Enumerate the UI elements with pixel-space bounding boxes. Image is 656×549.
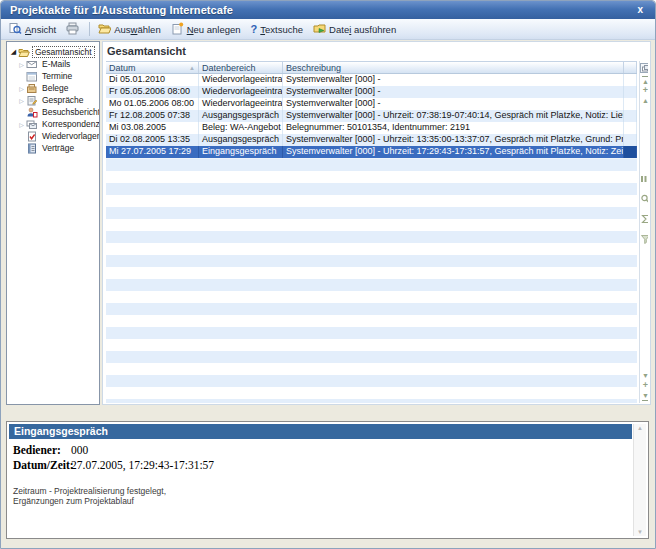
visit-report-icon [26, 107, 38, 118]
table-row[interactable]: Fr 05.05.2006 08:00 Wiedervorlageeintrag… [106, 86, 637, 98]
cell-datenbereich: Eingangsgespräch [199, 146, 283, 158]
print-icon [66, 22, 79, 37]
projektakte-window: Projektakte für 1/Ausstattung Internetca… [0, 0, 656, 549]
cell-beschreibung: Systemverwalter [000] - [283, 98, 624, 110]
chevron-right-icon[interactable]: ▷ [17, 97, 26, 104]
sort-asc-icon: ▲ [189, 65, 195, 71]
cell-beschreibung: Systemverwalter [000] - Uhrzeit: 13:35:0… [283, 134, 624, 146]
cell-datenbereich: Ausgangsgespräch [199, 134, 283, 146]
grid-side-toolbar: ▲ + ▲ ▼ + ▼ [639, 61, 648, 403]
field-value-bediener: 000 [71, 443, 88, 458]
tree-item-besuchsberichte[interactable]: Besuchsberichte [9, 106, 99, 118]
table-row-selected[interactable]: Mi 27.07.2005 17:29 Eingangsgespräch Sys… [106, 146, 637, 158]
cell-datum: Di 05.01.2010 [106, 74, 199, 86]
toolbar: Ansicht Auswählen Neu anlegen ? Textsuch… [1, 19, 655, 40]
detail-scrollbar[interactable]: ▲ ▼ [633, 424, 646, 536]
correspondence-icon [26, 119, 38, 130]
tree-item-gesamtansicht[interactable]: ◢ Gesamtansicht [9, 46, 99, 58]
calendar-icon [26, 71, 38, 82]
chevron-right-icon[interactable]: ▷ [17, 85, 26, 92]
tree-item-emails[interactable]: ▷ E-Mails [9, 58, 99, 70]
detail-body: Bediener: 000 Datum/Zeit: 27.07.2005, 17… [7, 439, 633, 506]
column-header-beschreibung[interactable]: Beschreibung [283, 62, 624, 73]
scroll-up-icon[interactable]: ▲ [642, 96, 648, 106]
table-row[interactable]: Di 02.08.2005 13:35 Ausgangsgespräch Sys… [106, 134, 637, 146]
cell-datum: Mi 03.08.2005 [106, 122, 199, 134]
new-button-label: Neu anlegen [187, 24, 241, 35]
sum-icon[interactable] [640, 210, 648, 228]
textsearch-button[interactable]: ? Textsuche [247, 22, 310, 37]
grid-header: Datum ▲ Datenbereich Beschreibung [106, 61, 637, 74]
tree-item-label[interactable]: Korrespondenzen [40, 119, 100, 129]
mail-icon [26, 59, 38, 70]
cell-datenbereich: Wiedervorlageeintrag [199, 86, 283, 98]
cell-datum: Fr 12.08.2005 07:38 [106, 110, 199, 122]
columns-icon[interactable] [640, 170, 648, 188]
field-value-datum-zeit: 27.07.2005, 17:29:43-17:31:57 [71, 458, 214, 473]
chevron-right-icon[interactable]: ▷ [17, 121, 26, 128]
tree-item-korrespondenzen[interactable]: ▷ Korrespondenzen [9, 118, 99, 130]
run-file-icon [313, 22, 326, 37]
tree-item-label[interactable]: E-Mails [40, 59, 72, 69]
new-button[interactable]: Neu anlegen [167, 20, 247, 39]
search-icon[interactable] [640, 190, 648, 208]
tree-item-belege[interactable]: ▷ Belege [9, 82, 99, 94]
cell-datenbereich: Beleg: WA-Angebot (alle Bel [199, 122, 283, 134]
execute-file-button[interactable]: Datei ausführen [309, 20, 402, 39]
execute-file-button-label: Datei ausführen [329, 24, 396, 35]
select-button-label: Auswählen [114, 24, 161, 35]
table-row[interactable]: Mi 03.08.2005 Beleg: WA-Angebot (alle Be… [106, 122, 637, 134]
view-button[interactable]: Ansicht [5, 20, 62, 39]
view-button-label: Ansicht [25, 24, 56, 35]
tree-item-label[interactable]: Besuchsberichte [40, 107, 100, 117]
grid-region: Gesamtansicht Datum ▲ Datenbereich Besch… [102, 41, 651, 405]
column-header-datenbereich[interactable]: Datenbereich [199, 62, 283, 73]
titlebar: Projektakte für 1/Ausstattung Internetca… [1, 1, 655, 19]
contracts-icon [26, 143, 38, 154]
close-icon[interactable]: x [634, 4, 646, 16]
talks-icon [26, 95, 38, 106]
select-button[interactable]: Auswählen [94, 20, 167, 39]
tree-item-label[interactable]: Verträge [40, 143, 76, 153]
cell-beschreibung: Belegnummer: 50101354, Identnummer: 2191 [283, 122, 624, 134]
page-title: Gesamtansicht [106, 44, 648, 61]
column-header-datum[interactable]: Datum ▲ [106, 62, 199, 73]
tree-item-label[interactable]: Termine [40, 71, 74, 81]
tree-item-wiedervorlagen[interactable]: Wiedervorlagen [9, 130, 99, 142]
tree-item-vertraege[interactable]: Verträge [9, 142, 99, 154]
tree-item-label[interactable]: Gespräche [40, 95, 86, 105]
scroll-bottom-icon[interactable]: ▼ [642, 391, 648, 401]
print-button[interactable] [62, 20, 85, 39]
expanded-icon[interactable]: ◢ [9, 48, 18, 56]
cell-datum: Fr 05.05.2006 08:00 [106, 86, 199, 98]
field-bediener: Bediener: 000 [13, 443, 633, 458]
field-datum-zeit: Datum/Zeit: 27.07.2005, 17:29:43-17:31:5… [13, 458, 633, 473]
filter-icon[interactable] [640, 230, 648, 248]
tree-item-termine[interactable]: Termine [9, 70, 99, 82]
table-row[interactable]: Mo 01.05.2006 08:00 Wiedervorlageeintrag… [106, 98, 637, 110]
table-row[interactable]: Di 05.01.2010 Wiedervorlageeintrag Syste… [106, 74, 637, 86]
scroll-plus-icon[interactable]: + [643, 86, 648, 96]
new-document-icon [171, 22, 184, 37]
tree-item-label[interactable]: Wiedervorlagen [40, 131, 100, 141]
tree-item-gespraeche[interactable]: ▷ Gespräche [9, 94, 99, 106]
window-title: Projektakte für 1/Ausstattung Internetca… [10, 4, 233, 16]
toolbar-separator [89, 22, 90, 36]
scroll-up-arrow-icon[interactable]: ▲ [637, 425, 643, 431]
chevron-right-icon[interactable]: ▷ [17, 61, 26, 68]
view-icon [9, 22, 22, 37]
content-area: ◢ Gesamtansicht ▷ E-Mails Termine ▷ Bele… [1, 40, 655, 405]
detail-panel: Eingangsgespräch Bediener: 000 Datum/Zei… [6, 421, 649, 539]
folder-open-icon [98, 22, 111, 37]
scroll-down-arrow-icon[interactable]: ▼ [637, 529, 643, 535]
scroll-minus-icon[interactable]: + [643, 381, 648, 391]
data-grid: Datum ▲ Datenbereich Beschreibung Di 05.… [106, 61, 637, 403]
customize-icon[interactable] [640, 63, 648, 73]
table-row[interactable]: Fr 12.08.2005 07:38 Ausgangsgespräch Sys… [106, 110, 637, 122]
note-text: Zeitraum - Projektrealisierung festgeleg… [13, 486, 633, 506]
cell-beschreibung: Systemverwalter [000] - Uhrzeit: 07:38:1… [283, 110, 624, 122]
cell-datenbereich: Ausgangsgespräch [199, 110, 283, 122]
tree-item-label[interactable]: Gesamtansicht [32, 46, 95, 58]
tree-item-label[interactable]: Belege [40, 83, 70, 93]
cell-beschreibung: Systemverwalter [000] - [283, 74, 624, 86]
